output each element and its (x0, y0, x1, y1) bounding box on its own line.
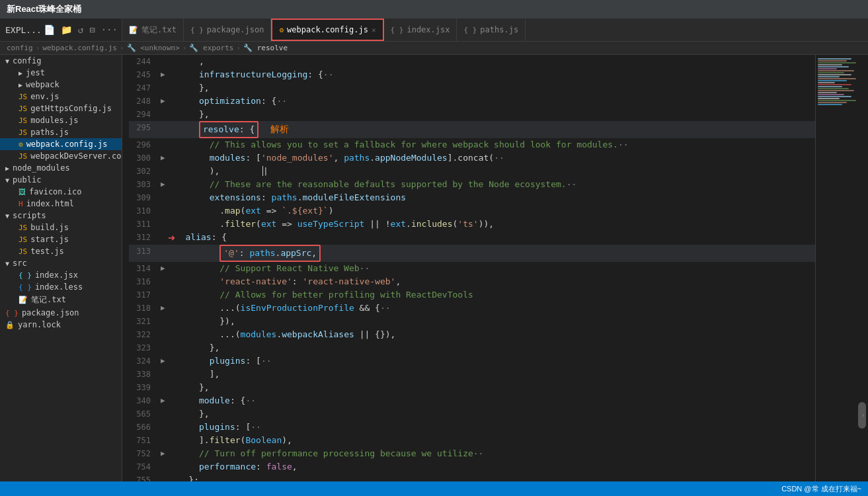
exp-318[interactable]: ▶ (159, 302, 168, 315)
exp-300[interactable]: ▶ (159, 151, 168, 165)
mini-line-4 (818, 64, 842, 65)
exp-303[interactable]: ▶ (159, 178, 168, 191)
tab-notes[interactable]: 📝 笔记.txt (122, 19, 184, 41)
code-line-323: 323 }, (129, 341, 815, 354)
ln-318: 318 (132, 302, 159, 315)
minimap (815, 55, 868, 481)
sidebar-item-envjs[interactable]: JS env.js (0, 91, 122, 103)
lc-313: '@': paths.appSrc, (168, 245, 812, 262)
lc-339: }, (168, 381, 812, 394)
code-editor: 244 , 245 ▶ infrastructureLogging: {·· 2… (122, 55, 868, 481)
new-folder-btn[interactable]: 📁 (59, 23, 74, 36)
sidebar-item-yarnlock[interactable]: 🔒 yarn.lock (0, 319, 122, 331)
tab-index[interactable]: { } index.jsx (384, 19, 457, 41)
scroll-handle[interactable] (858, 402, 866, 429)
tab-package[interactable]: { } package.json (184, 19, 272, 41)
sidebar-item-indexjsx[interactable]: { } index.jsx (0, 269, 122, 281)
exp-245[interactable]: ▶ (159, 68, 168, 81)
public-arrow (5, 177, 9, 184)
sidebar-item-pathsjs[interactable]: JS paths.js (0, 126, 122, 138)
minimap-content (816, 55, 868, 109)
nodemodules-arrow (5, 165, 9, 172)
tab-webpack-close[interactable]: ✕ (372, 26, 376, 34)
webpack-folder-label: webpack (26, 80, 59, 89)
exp-324[interactable]: ▶ (159, 354, 168, 368)
lc-311: .filter(ext => useTypeScript || !ext.inc… (168, 218, 812, 231)
code-line-303: 303 ▶ // These are the reasonable defaul… (129, 178, 815, 191)
sidebar-item-webpack-config[interactable]: ⚙ webpack.config.js (0, 138, 122, 150)
ln-296: 296 (132, 138, 159, 151)
ln-339: 339 (132, 381, 159, 394)
ln-340: 340 (132, 394, 159, 407)
mini-line-7 (818, 70, 854, 71)
sidebar-item-indexless[interactable]: { } index.less (0, 281, 122, 293)
sidebar-item-startjs[interactable]: JS start.js (0, 233, 122, 245)
status-bar: CSDN @常 成在打来福~ (0, 481, 868, 496)
breadcrumb: config › webpack.config.js › 🔧 <unknown>… (0, 42, 868, 55)
code-line-324: 324 ▶ plugins: [·· (129, 354, 815, 368)
exp-314[interactable]: ▶ (159, 262, 168, 275)
ln-317: 317 (132, 288, 159, 302)
sidebar-item-webpackdev[interactable]: JS webpackDevServer.confi... (0, 150, 122, 162)
exp-340[interactable]: ▶ (159, 394, 168, 407)
sidebar-item-scripts[interactable]: scripts (0, 210, 122, 222)
breadcrumb-unknown[interactable]: 🔧 <unknown> (127, 44, 180, 52)
more-btn[interactable]: ··· (99, 23, 120, 36)
exp-752[interactable]: ▶ (159, 447, 168, 460)
breadcrumb-resolve[interactable]: 🔧 resolve (243, 44, 288, 52)
lc-312: ➜ alias: { (168, 231, 812, 245)
exp-248[interactable]: ▶ (159, 95, 168, 108)
ln-321: 321 (132, 315, 159, 328)
sidebar-item-webpack-folder[interactable]: webpack (0, 79, 122, 91)
mini-line-23 (818, 102, 847, 103)
sidebar-item-packagejson[interactable]: { } package.json (0, 307, 122, 319)
pathsjs-icon: JS (19, 128, 27, 137)
ln-309: 309 (132, 191, 159, 204)
code-line-754: 754 performance: false, (129, 460, 815, 474)
sidebar-item-testjs[interactable]: JS test.js (0, 245, 122, 257)
code-area[interactable]: 244 , 245 ▶ infrastructureLogging: {·· 2… (122, 55, 815, 481)
mini-line-1 (818, 58, 851, 60)
ln-316: 316 (132, 275, 159, 288)
lc-322: ...(modules.webpackAliases || {}), (168, 328, 812, 341)
breadcrumb-webpack-config[interactable]: webpack.config.js (42, 44, 117, 52)
explorer-header[interactable]: EXPL... 📄 📁 ↺ ⊟ ··· (0, 19, 122, 41)
top-bar: 新React珠峰全家桶 (0, 0, 868, 19)
new-file-btn[interactable]: 📄 (42, 23, 57, 36)
sidebar-item-modules[interactable]: JS modules.js (0, 114, 122, 126)
lc-340: module: {·· (168, 394, 812, 407)
sidebar-item-notestxt[interactable]: 📝 笔记.txt (0, 293, 122, 307)
ln-754: 754 (132, 460, 159, 474)
mini-line-11 (818, 78, 856, 79)
breadcrumb-config[interactable]: config (7, 44, 33, 52)
code-line-321: 321 }), (129, 315, 815, 328)
yarnlock-icon: 🔒 (5, 321, 15, 329)
sidebar-item-config[interactable]: config (0, 55, 122, 67)
sidebar-item-public[interactable]: public (0, 174, 122, 186)
code-line-294: 294 }, (129, 108, 815, 121)
indexhtml-label: index.html (26, 199, 74, 208)
sidebar-item-favicon[interactable]: 🖼 favicon.ico (0, 186, 122, 198)
sidebar-item-gethttps[interactable]: JS getHttpsConfig.js (0, 103, 122, 114)
lc-755: }; (168, 474, 812, 482)
lc-754: performance: false, (168, 460, 812, 474)
sidebar-item-buildjs[interactable]: JS build.js (0, 222, 122, 233)
tab-paths[interactable]: { } paths.js (457, 19, 526, 41)
ln-244: 244 (132, 55, 159, 68)
sidebar-item-src[interactable]: src (0, 257, 122, 269)
ln-338: 338 (132, 368, 159, 381)
code-line-322: 322 ...(modules.webpackAliases || {}), (129, 328, 815, 341)
breadcrumb-exports[interactable]: 🔧 exports (189, 44, 233, 52)
collapse-btn[interactable]: ⊟ (87, 23, 97, 36)
tab-webpack[interactable]: ⚙ webpack.config.js ✕ (271, 19, 383, 41)
refresh-btn[interactable]: ↺ (76, 23, 85, 36)
code-line-310: 310 .map(ext => `.${ext}`) (129, 204, 815, 218)
ln-248: 248 (132, 95, 159, 108)
sidebar-item-indexhtml[interactable]: H index.html (0, 198, 122, 210)
code-line-244: 244 , (129, 55, 815, 68)
mini-line-9 (818, 74, 851, 75)
lc-245: infrastructureLogging: {·· (168, 68, 812, 81)
sidebar-item-jest[interactable]: jest (0, 67, 122, 79)
mini-line-14 (818, 84, 851, 85)
sidebar-item-node-modules[interactable]: node_modules (0, 162, 122, 174)
